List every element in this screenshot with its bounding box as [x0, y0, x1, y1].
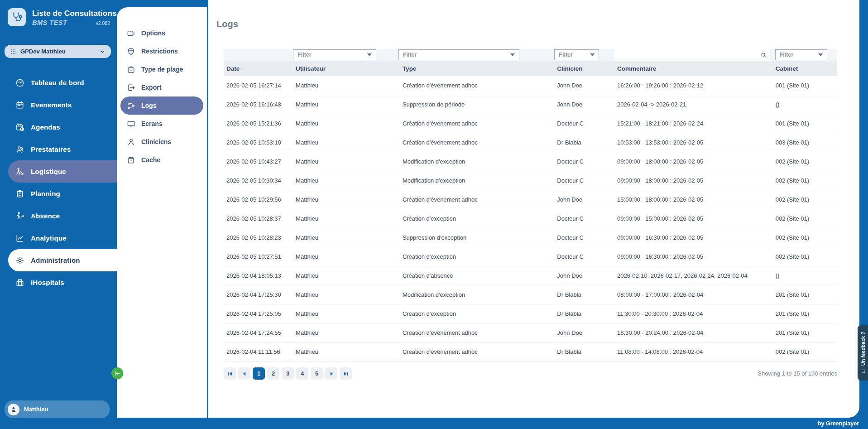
clinicien-filter-select[interactable]: Filter [554, 49, 599, 60]
submenu-item[interactable]: Cliniciens [120, 133, 203, 151]
table-row[interactable]: 2026-02-05 16:27:14 Matthieu Création d'… [224, 76, 837, 95]
column-header[interactable]: Utilisateur [293, 65, 400, 72]
cell-cabinet: 201 (Site 01) [773, 310, 837, 317]
cell-utilisateur: Matthieu [293, 215, 400, 222]
table-row[interactable]: 2026-02-05 10:28:37 Matthieu Création d'… [224, 209, 837, 228]
table-row[interactable]: 2026-02-04 17:24:55 Matthieu Création d'… [224, 323, 837, 342]
table-row[interactable]: 2026-02-04 17:25:30 Matthieu Modificatio… [224, 285, 837, 304]
sidebar-nav-item[interactable]: Absence [8, 205, 117, 227]
table-row[interactable]: 2026-02-04 11:11:56 Matthieu Création d'… [224, 342, 837, 362]
cell-utilisateur: Matthieu [293, 329, 400, 336]
column-header[interactable]: Cabinet [773, 65, 837, 72]
sidebar-nav-item[interactable]: Planning [8, 183, 117, 205]
cell-commentaire: 2026-02-04 -> 2026-02-21 [614, 101, 773, 108]
sidebar-nav-item[interactable]: Administration [8, 249, 117, 271]
brand-credit: by Greenplayer [818, 420, 859, 427]
cell-type: Création d'exception [400, 310, 554, 317]
search-icon[interactable] [760, 52, 767, 58]
first-page-icon [227, 371, 233, 377]
cell-cabinet: 002 (Site 01) [773, 158, 837, 165]
chat-icon [860, 369, 866, 374]
table-body: 2026-02-05 16:27:14 Matthieu Création d'… [224, 76, 837, 362]
cell-date: 2026-02-04 17:24:55 [224, 329, 293, 336]
gauge-icon [15, 78, 24, 87]
table-row[interactable]: 2026-02-05 10:30:34 Matthieu Modificatio… [224, 171, 837, 190]
submenu-item[interactable]: Restrictions [120, 42, 203, 60]
current-user-chip[interactable]: Matthieu [5, 400, 110, 418]
sidebar-nav-item[interactable]: iHospitals [8, 271, 117, 294]
page-number-button[interactable]: 2 [267, 367, 279, 380]
submenu-item[interactable]: Type de plage [120, 60, 203, 78]
table-row[interactable]: 2026-02-05 10:53:10 Matthieu Création d'… [224, 133, 837, 152]
cell-type: Modification d'exception [400, 291, 554, 298]
cell-commentaire: 09:00:00 - 18:00:00 : 2026-02-05 [614, 177, 773, 184]
cell-clinicien: Docteur C [554, 215, 614, 222]
submenu-item[interactable]: Options [120, 24, 203, 42]
caret-down-icon [590, 53, 595, 56]
sidebar-item-label: Absence [31, 212, 60, 220]
table-row[interactable]: 2026-02-05 16:16:48 Matthieu Suppression… [224, 95, 837, 114]
column-header[interactable]: Type [400, 65, 554, 72]
submenu-item[interactable]: Logs [120, 96, 203, 115]
table-row[interactable]: 2026-02-05 10:28:23 Matthieu Suppression… [224, 228, 837, 247]
cell-date: 2026-02-04 17:25:05 [224, 310, 293, 317]
sidebar-nav-item[interactable]: Evenements [8, 94, 117, 116]
column-header[interactable]: Clinicien [554, 65, 614, 72]
cell-cabinet: 002 (Site 01) [773, 348, 837, 355]
submenu-item-label: Cliniciens [141, 138, 171, 145]
workspace-selector[interactable]: GPDev Matthieu [5, 45, 111, 58]
table-row[interactable]: 2026-02-05 10:29:56 Matthieu Création d'… [224, 190, 837, 209]
cell-clinicien: John Doe [554, 196, 614, 203]
cell-date: 2026-02-04 11:11:56 [224, 348, 293, 355]
page-number-button[interactable]: 4 [296, 367, 308, 380]
table-filter-row: Filter Filter Filter [224, 49, 837, 61]
column-header[interactable]: Commentaire [614, 65, 773, 72]
sidebar-nav-item[interactable]: Prestataires [8, 138, 117, 160]
pagination: 1 2 3 4 5 [224, 367, 352, 380]
page-number-button[interactable]: 3 [282, 367, 294, 380]
table-row[interactable]: 2026-02-05 10:43:27 Matthieu Modificatio… [224, 152, 837, 171]
page-number-button[interactable]: 1 [253, 367, 265, 380]
cell-date: 2026-02-04 18:05:13 [224, 272, 293, 279]
case-plus-icon [126, 65, 135, 74]
cell-date: 2026-02-05 10:30:34 [224, 177, 293, 184]
sidebar-nav-item[interactable]: Agendas [8, 116, 117, 138]
type-filter-select[interactable]: Filter [398, 49, 519, 60]
first-page-button[interactable] [224, 367, 236, 380]
column-header[interactable]: Date [224, 65, 293, 72]
cell-type: Création d'événement adhoc [400, 348, 554, 355]
cell-cabinet: () [773, 272, 837, 279]
submenu-item[interactable]: Export [120, 78, 203, 96]
cell-type: Création d'absence [400, 272, 554, 279]
submenu-item-label: Logs [141, 102, 156, 109]
sidebar-nav-item[interactable]: Analytique [8, 227, 117, 249]
page-number-button[interactable]: 5 [311, 367, 323, 380]
cell-clinicien: Docteur C [554, 158, 614, 165]
cell-cabinet: 003 (Site 01) [773, 139, 837, 146]
sidebar-nav-item[interactable]: Logistique [8, 160, 117, 183]
submenu-item-label: Export [141, 84, 161, 91]
feedback-tab[interactable]: Un feedback ? [858, 325, 868, 381]
table-row[interactable]: 2026-02-04 17:25:05 Matthieu Création d'… [224, 304, 837, 323]
cell-commentaire: 15:21:00 - 18:21:00 : 2026-02-24 [614, 120, 773, 127]
utilisateur-filter-select[interactable]: Filter [293, 49, 376, 60]
cell-cabinet: 201 (Site 01) [773, 329, 837, 336]
next-page-button[interactable] [325, 367, 337, 380]
table-row[interactable]: 2026-02-05 15:21:36 Matthieu Création d'… [224, 114, 837, 133]
commentaire-search-input[interactable] [619, 51, 760, 58]
table-row[interactable]: 2026-02-05 10:27:51 Matthieu Création d'… [224, 247, 837, 266]
table-row[interactable]: 2026-02-04 18:05:13 Matthieu Création d'… [224, 266, 837, 285]
submenu-item[interactable]: Ecrans [120, 115, 203, 133]
cell-utilisateur: Matthieu [293, 139, 400, 146]
cabinet-filter-select[interactable]: Filter [775, 49, 827, 60]
last-page-button[interactable] [340, 367, 352, 380]
cell-clinicien: John Doe [554, 82, 614, 89]
workspace-label: GPDev Matthieu [20, 48, 95, 55]
sidebar-nav-item[interactable]: Tableau de bord [8, 72, 117, 94]
submenu-item[interactable]: Cache [120, 151, 203, 169]
sidebar-collapse-toggle[interactable] [111, 367, 123, 379]
cell-type: Création d'événement adhoc [400, 329, 554, 336]
cell-clinicien: Docteur C [554, 253, 614, 260]
previous-page-button[interactable] [238, 367, 250, 380]
user-icon [126, 138, 135, 146]
